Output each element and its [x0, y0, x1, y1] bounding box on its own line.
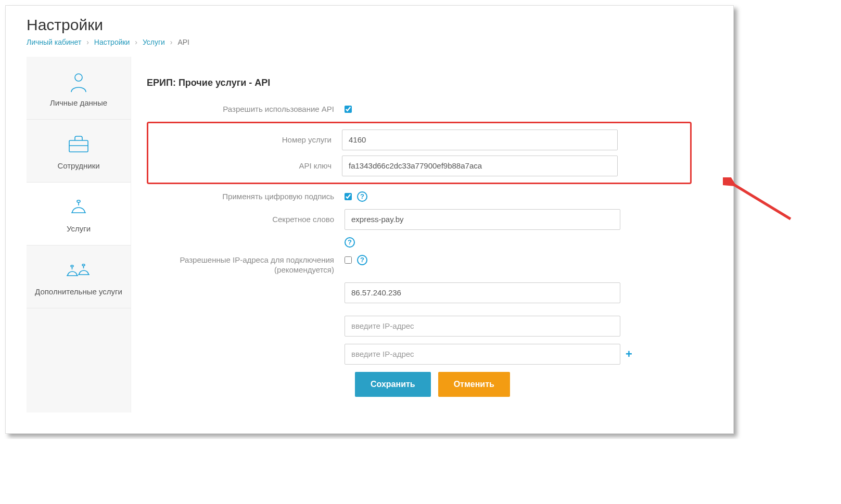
- label-api-key: API ключ: [155, 161, 342, 171]
- row-digital-sign: Применять цифровую подпись ?: [147, 191, 692, 202]
- input-service-number[interactable]: [342, 130, 618, 150]
- label-digital-sign: Применять цифровую подпись: [147, 191, 345, 202]
- plus-icon[interactable]: +: [626, 347, 632, 361]
- help-icon[interactable]: ?: [357, 255, 367, 265]
- row-service-number: Номер услуги: [155, 130, 684, 150]
- input-secret[interactable]: [345, 209, 620, 230]
- highlight-box: Номер услуги API ключ: [147, 122, 692, 184]
- chevron-right-icon: ›: [170, 38, 173, 46]
- cancel-button[interactable]: Отменить: [438, 372, 510, 397]
- svg-line-9: [732, 184, 791, 219]
- buttons-row: Сохранить Отменить: [355, 372, 692, 397]
- label-allowed-ip: Разрешенные IP-адреса для подключения (р…: [147, 255, 345, 275]
- sidebar: Личные данные Сотрудники Услуги Дополнит…: [27, 57, 131, 412]
- row-ip-1: [147, 282, 692, 308]
- row-secret: Секретное слово: [147, 209, 692, 230]
- sidebar-item-addservices[interactable]: Дополнительные услуги: [27, 245, 131, 308]
- breadcrumb-link-services[interactable]: Услуги: [143, 38, 165, 46]
- row-ip-3: +: [147, 344, 692, 365]
- settings-window: Настройки Личный кабинет › Настройки › У…: [5, 5, 734, 434]
- sidebar-item-label: Личные данные: [50, 98, 107, 107]
- chevron-right-icon: ›: [135, 38, 137, 46]
- label-secret: Секретное слово: [147, 214, 345, 225]
- sidebar-item-employees[interactable]: Сотрудники: [27, 120, 131, 183]
- svg-point-0: [75, 74, 82, 81]
- briefcase-icon: [32, 135, 125, 156]
- svg-rect-3: [77, 200, 80, 202]
- sidebar-item-label: Услуги: [67, 224, 91, 233]
- svg-rect-7: [82, 264, 85, 266]
- row-api-key: API ключ: [155, 156, 684, 176]
- annotation-arrow-icon: [723, 177, 796, 224]
- row-ip-2: [147, 316, 692, 337]
- checkbox-allowed-ip[interactable]: [345, 256, 352, 264]
- input-ip-2[interactable]: [345, 316, 620, 337]
- chevron-right-icon: ›: [86, 38, 89, 46]
- input-api-key[interactable]: [342, 156, 618, 176]
- sidebar-item-services[interactable]: Услуги: [27, 183, 131, 245]
- help-icon[interactable]: ?: [357, 191, 367, 202]
- help-icon[interactable]: ?: [345, 237, 355, 248]
- breadcrumb: Личный кабинет › Настройки › Услуги › AP…: [27, 38, 712, 46]
- page-title: Настройки: [27, 16, 712, 34]
- checkbox-digital-sign[interactable]: [345, 193, 352, 200]
- svg-rect-5: [71, 265, 73, 267]
- section-title: ЕРИП: Прочие услуги - API: [147, 77, 692, 88]
- breadcrumb-link-cabinet[interactable]: Личный кабинет: [27, 38, 81, 46]
- save-button[interactable]: Сохранить: [355, 372, 431, 397]
- breadcrumb-current: API: [177, 38, 189, 46]
- row-allow-api: Разрешить использование API: [147, 104, 692, 114]
- label-service-number: Номер услуги: [155, 135, 342, 145]
- main-content: ЕРИП: Прочие услуги - API Разрешить испо…: [131, 57, 712, 412]
- breadcrumb-link-settings[interactable]: Настройки: [94, 38, 130, 46]
- sidebar-item-label: Дополнительные услуги: [35, 287, 122, 296]
- row-allowed-ip: Разрешенные IP-адреса для подключения (р…: [147, 255, 692, 275]
- sidebar-item-label: Сотрудники: [57, 161, 99, 170]
- checkbox-allow-api[interactable]: [345, 106, 352, 113]
- svg-rect-1: [69, 140, 88, 152]
- input-ip-1[interactable]: [345, 282, 620, 303]
- sidebar-item-personal[interactable]: Личные данные: [27, 57, 131, 120]
- bell-icon: [32, 198, 125, 219]
- row-secret-help: ?: [147, 237, 692, 248]
- label-allow-api: Разрешить использование API: [147, 104, 345, 114]
- bells-icon: [32, 261, 125, 282]
- input-ip-3[interactable]: [345, 344, 620, 365]
- person-icon: [32, 72, 125, 93]
